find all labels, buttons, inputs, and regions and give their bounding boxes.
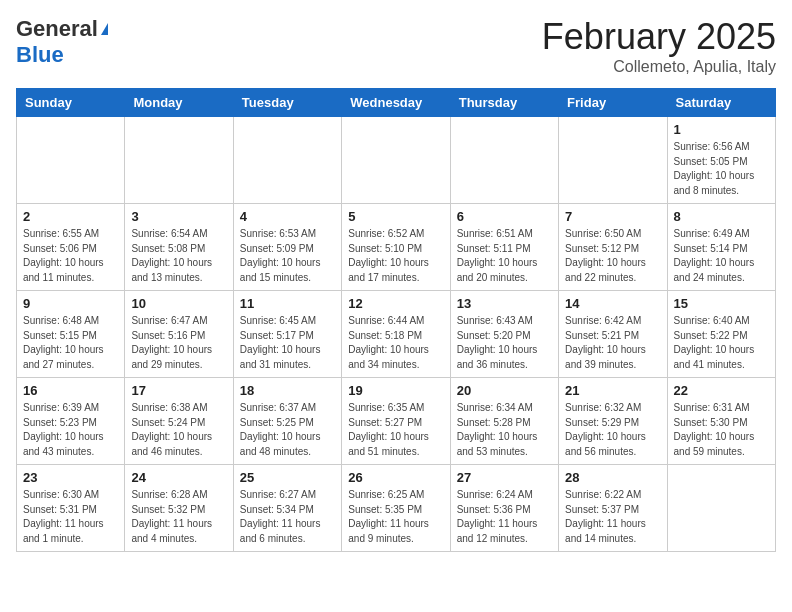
day-number: 12 [348,296,443,311]
column-header-sunday: Sunday [17,89,125,117]
calendar-cell: 15Sunrise: 6:40 AM Sunset: 5:22 PM Dayli… [667,291,775,378]
logo-triangle-icon [101,23,108,35]
calendar-cell [17,117,125,204]
calendar-cell: 7Sunrise: 6:50 AM Sunset: 5:12 PM Daylig… [559,204,667,291]
logo-blue-text: Blue [16,42,64,67]
day-number: 20 [457,383,552,398]
day-info: Sunrise: 6:37 AM Sunset: 5:25 PM Dayligh… [240,401,335,459]
calendar-cell: 23Sunrise: 6:30 AM Sunset: 5:31 PM Dayli… [17,465,125,552]
day-number: 2 [23,209,118,224]
day-number: 22 [674,383,769,398]
column-header-thursday: Thursday [450,89,558,117]
day-info: Sunrise: 6:48 AM Sunset: 5:15 PM Dayligh… [23,314,118,372]
calendar-cell: 18Sunrise: 6:37 AM Sunset: 5:25 PM Dayli… [233,378,341,465]
calendar-cell: 5Sunrise: 6:52 AM Sunset: 5:10 PM Daylig… [342,204,450,291]
location-text: Collemeto, Apulia, Italy [542,58,776,76]
day-number: 26 [348,470,443,485]
logo: General Blue [16,16,108,68]
month-title: February 2025 [542,16,776,58]
calendar-week-row: 9Sunrise: 6:48 AM Sunset: 5:15 PM Daylig… [17,291,776,378]
calendar-cell: 1Sunrise: 6:56 AM Sunset: 5:05 PM Daylig… [667,117,775,204]
day-info: Sunrise: 6:50 AM Sunset: 5:12 PM Dayligh… [565,227,660,285]
day-number: 10 [131,296,226,311]
day-number: 4 [240,209,335,224]
column-header-friday: Friday [559,89,667,117]
day-info: Sunrise: 6:27 AM Sunset: 5:34 PM Dayligh… [240,488,335,546]
calendar-header-row: SundayMondayTuesdayWednesdayThursdayFrid… [17,89,776,117]
calendar-cell: 16Sunrise: 6:39 AM Sunset: 5:23 PM Dayli… [17,378,125,465]
calendar-cell: 27Sunrise: 6:24 AM Sunset: 5:36 PM Dayli… [450,465,558,552]
calendar-cell: 14Sunrise: 6:42 AM Sunset: 5:21 PM Dayli… [559,291,667,378]
calendar-cell: 21Sunrise: 6:32 AM Sunset: 5:29 PM Dayli… [559,378,667,465]
day-info: Sunrise: 6:39 AM Sunset: 5:23 PM Dayligh… [23,401,118,459]
day-info: Sunrise: 6:49 AM Sunset: 5:14 PM Dayligh… [674,227,769,285]
day-info: Sunrise: 6:44 AM Sunset: 5:18 PM Dayligh… [348,314,443,372]
day-number: 25 [240,470,335,485]
day-number: 14 [565,296,660,311]
calendar-week-row: 23Sunrise: 6:30 AM Sunset: 5:31 PM Dayli… [17,465,776,552]
day-number: 3 [131,209,226,224]
calendar-cell: 11Sunrise: 6:45 AM Sunset: 5:17 PM Dayli… [233,291,341,378]
calendar-cell: 2Sunrise: 6:55 AM Sunset: 5:06 PM Daylig… [17,204,125,291]
day-number: 9 [23,296,118,311]
day-number: 17 [131,383,226,398]
day-info: Sunrise: 6:47 AM Sunset: 5:16 PM Dayligh… [131,314,226,372]
calendar-cell: 12Sunrise: 6:44 AM Sunset: 5:18 PM Dayli… [342,291,450,378]
calendar-cell: 13Sunrise: 6:43 AM Sunset: 5:20 PM Dayli… [450,291,558,378]
day-info: Sunrise: 6:52 AM Sunset: 5:10 PM Dayligh… [348,227,443,285]
day-info: Sunrise: 6:38 AM Sunset: 5:24 PM Dayligh… [131,401,226,459]
calendar-cell: 17Sunrise: 6:38 AM Sunset: 5:24 PM Dayli… [125,378,233,465]
calendar-week-row: 16Sunrise: 6:39 AM Sunset: 5:23 PM Dayli… [17,378,776,465]
column-header-tuesday: Tuesday [233,89,341,117]
day-number: 16 [23,383,118,398]
day-info: Sunrise: 6:30 AM Sunset: 5:31 PM Dayligh… [23,488,118,546]
calendar-cell: 26Sunrise: 6:25 AM Sunset: 5:35 PM Dayli… [342,465,450,552]
calendar-cell: 22Sunrise: 6:31 AM Sunset: 5:30 PM Dayli… [667,378,775,465]
day-number: 8 [674,209,769,224]
day-info: Sunrise: 6:42 AM Sunset: 5:21 PM Dayligh… [565,314,660,372]
calendar-cell: 20Sunrise: 6:34 AM Sunset: 5:28 PM Dayli… [450,378,558,465]
day-number: 24 [131,470,226,485]
calendar-cell [667,465,775,552]
day-number: 19 [348,383,443,398]
day-info: Sunrise: 6:32 AM Sunset: 5:29 PM Dayligh… [565,401,660,459]
day-info: Sunrise: 6:54 AM Sunset: 5:08 PM Dayligh… [131,227,226,285]
calendar-cell [450,117,558,204]
calendar-cell: 25Sunrise: 6:27 AM Sunset: 5:34 PM Dayli… [233,465,341,552]
page-header: General Blue February 2025 Collemeto, Ap… [16,16,776,76]
day-info: Sunrise: 6:28 AM Sunset: 5:32 PM Dayligh… [131,488,226,546]
calendar-cell [125,117,233,204]
calendar-cell: 6Sunrise: 6:51 AM Sunset: 5:11 PM Daylig… [450,204,558,291]
day-number: 28 [565,470,660,485]
column-header-monday: Monday [125,89,233,117]
day-number: 5 [348,209,443,224]
day-info: Sunrise: 6:24 AM Sunset: 5:36 PM Dayligh… [457,488,552,546]
day-info: Sunrise: 6:35 AM Sunset: 5:27 PM Dayligh… [348,401,443,459]
day-info: Sunrise: 6:43 AM Sunset: 5:20 PM Dayligh… [457,314,552,372]
column-header-saturday: Saturday [667,89,775,117]
day-number: 7 [565,209,660,224]
column-header-wednesday: Wednesday [342,89,450,117]
calendar-cell: 24Sunrise: 6:28 AM Sunset: 5:32 PM Dayli… [125,465,233,552]
day-info: Sunrise: 6:25 AM Sunset: 5:35 PM Dayligh… [348,488,443,546]
calendar-table: SundayMondayTuesdayWednesdayThursdayFrid… [16,88,776,552]
day-number: 11 [240,296,335,311]
day-info: Sunrise: 6:56 AM Sunset: 5:05 PM Dayligh… [674,140,769,198]
day-number: 23 [23,470,118,485]
calendar-cell: 28Sunrise: 6:22 AM Sunset: 5:37 PM Dayli… [559,465,667,552]
calendar-cell: 9Sunrise: 6:48 AM Sunset: 5:15 PM Daylig… [17,291,125,378]
day-info: Sunrise: 6:40 AM Sunset: 5:22 PM Dayligh… [674,314,769,372]
calendar-cell [342,117,450,204]
day-info: Sunrise: 6:22 AM Sunset: 5:37 PM Dayligh… [565,488,660,546]
calendar-cell: 3Sunrise: 6:54 AM Sunset: 5:08 PM Daylig… [125,204,233,291]
day-number: 18 [240,383,335,398]
calendar-cell: 8Sunrise: 6:49 AM Sunset: 5:14 PM Daylig… [667,204,775,291]
calendar-cell [559,117,667,204]
day-info: Sunrise: 6:51 AM Sunset: 5:11 PM Dayligh… [457,227,552,285]
day-info: Sunrise: 6:55 AM Sunset: 5:06 PM Dayligh… [23,227,118,285]
day-info: Sunrise: 6:34 AM Sunset: 5:28 PM Dayligh… [457,401,552,459]
day-number: 13 [457,296,552,311]
title-area: February 2025 Collemeto, Apulia, Italy [542,16,776,76]
day-info: Sunrise: 6:31 AM Sunset: 5:30 PM Dayligh… [674,401,769,459]
day-number: 21 [565,383,660,398]
